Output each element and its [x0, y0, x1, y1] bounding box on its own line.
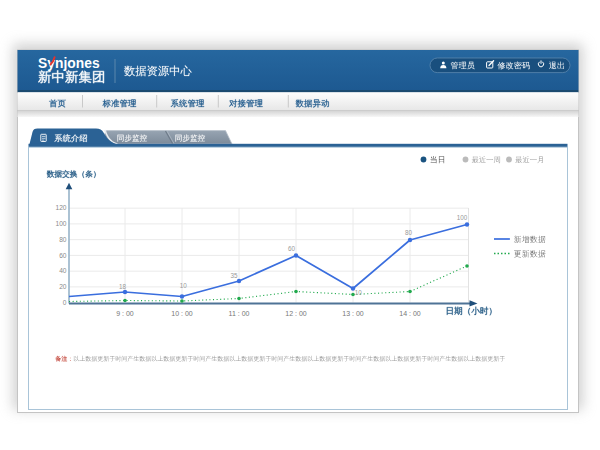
svg-text:80: 80 [59, 236, 67, 243]
svg-text:18: 18 [119, 283, 127, 290]
svg-text:100: 100 [55, 220, 66, 227]
svg-text:Synjones: Synjones [38, 56, 100, 71]
svg-text:35: 35 [230, 272, 238, 279]
svg-text:11 : 00: 11 : 00 [229, 310, 250, 317]
svg-text:100: 100 [457, 214, 468, 221]
svg-text:60: 60 [288, 245, 296, 252]
svg-text:20: 20 [59, 283, 67, 290]
svg-text:80: 80 [405, 229, 413, 236]
svg-text:9 : 00: 9 : 00 [116, 310, 134, 317]
svg-text:12 : 00: 12 : 00 [285, 310, 307, 317]
svg-text:40: 40 [59, 267, 67, 274]
svg-text:60: 60 [59, 252, 67, 259]
svg-text:13 : 00: 13 : 00 [342, 310, 364, 317]
svg-text:0: 0 [63, 299, 67, 306]
svg-text:14 : 00: 14 : 00 [399, 310, 421, 317]
svg-text:10 : 00: 10 : 00 [171, 310, 193, 317]
svg-text:10: 10 [180, 282, 188, 289]
svg-text:120: 120 [55, 204, 66, 211]
svg-text:10: 10 [355, 289, 363, 296]
